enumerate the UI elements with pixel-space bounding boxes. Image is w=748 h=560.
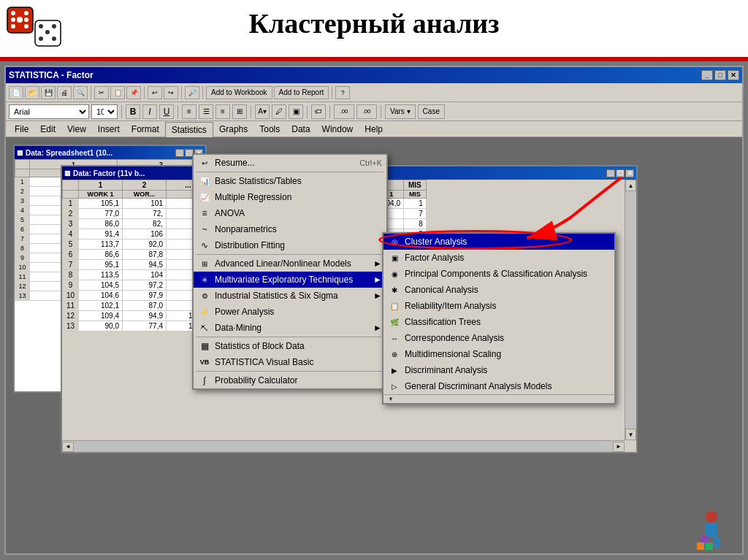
submenu-discriminant[interactable]: ▶ Discriminant Analysis <box>383 362 614 378</box>
submenu-gendiscriminant[interactable]: ▷ General Discriminant Analysis Models <box>383 378 614 394</box>
bold-btn[interactable]: B <box>126 104 140 119</box>
copy-btn[interactable]: 📋 <box>110 86 125 99</box>
ss2-minimize[interactable]: _ <box>606 169 615 177</box>
paste-btn[interactable]: 📌 <box>126 86 141 99</box>
spreadsheet2-title: ▦ Data: Factor (11v b... <box>64 169 145 177</box>
close-btn[interactable]: ✕ <box>728 70 739 80</box>
redo-btn[interactable]: ↪ <box>164 86 178 99</box>
factor-icon: ▣ <box>388 254 401 262</box>
menu-bar: File Edit View Insert Format Statistics … <box>6 121 742 137</box>
reliability-icon: 📋 <box>388 302 401 310</box>
spreadsheet1-titlebar: ▦ Data: Spreadsheet1 (10... _ □ ✕ <box>15 146 205 159</box>
menu-data[interactable]: Data <box>286 121 316 137</box>
menu-multivariate[interactable]: ✳ Multivariate Exploratory Techniques ► <box>194 272 386 288</box>
multivariate-icon: ✳ <box>198 276 211 284</box>
menu-distribution[interactable]: ∿ Distribution Fitting <box>194 237 386 253</box>
help-btn[interactable]: ? <box>335 86 350 99</box>
italic-btn[interactable]: I <box>142 104 157 119</box>
scrollbar-left-btn[interactable]: ◄ <box>62 442 74 452</box>
submenu-mds[interactable]: ⊕ Multidimensional Scaling <box>383 346 614 362</box>
menu-power[interactable]: ⚡ Power Analysis <box>194 304 386 320</box>
title-bar: STATISTICA - Factor _ □ ✕ <box>6 67 742 83</box>
menu-regression[interactable]: 📈 Multiple Regression <box>194 189 386 205</box>
size-select[interactable]: 10 <box>91 104 118 119</box>
undo-btn[interactable]: ↩ <box>148 86 162 99</box>
menu-window[interactable]: Window <box>316 121 359 137</box>
scrollbar-down-btn[interactable]: ▼ <box>625 429 636 440</box>
menu-statistics[interactable]: Statistics <box>165 122 213 137</box>
print-btn[interactable]: 🖨 <box>57 86 72 99</box>
highlight-btn[interactable]: 🖊 <box>272 104 286 119</box>
menu-anova[interactable]: ≡ ANOVA <box>194 205 386 221</box>
open-btn[interactable]: 📂 <box>25 86 39 99</box>
menu-datamining[interactable]: ⛏ Data·Mining ► <box>194 320 386 336</box>
menu-view[interactable]: View <box>61 121 92 137</box>
submenu-pca[interactable]: ◉ Principal Components & Classification … <box>383 266 614 282</box>
classtrees-icon: 🌿 <box>388 318 401 326</box>
menu-vbasic[interactable]: VB STATISTICA Visual Basic <box>194 354 386 370</box>
page-title: Кластерный анализ <box>0 7 748 39</box>
menu-advanced[interactable]: ⊞ Advanced Linear/Nonlinear Models ► <box>194 256 386 272</box>
menu-industrial[interactable]: ⚙ Industrial Statistics & Six Sigma ► <box>194 288 386 304</box>
cluster-icon: ◎ <box>388 238 401 246</box>
content-area: ▦ Data: Spreadsheet1 (10... _ □ ✕ <box>6 137 742 553</box>
font-select[interactable]: Arial <box>9 104 89 119</box>
align-center-btn[interactable]: ☰ <box>199 104 213 119</box>
maximize-btn[interactable]: □ <box>714 70 726 80</box>
menu-file[interactable]: File <box>9 121 34 137</box>
vars-btn[interactable]: Vars ▾ <box>385 104 416 119</box>
window-title: STATISTICA - Factor <box>9 70 94 80</box>
mds-icon: ⊕ <box>388 350 401 358</box>
align-right-btn[interactable]: ≡ <box>215 104 230 119</box>
submenu-classtrees[interactable]: 🌿 Classification Trees <box>383 314 614 330</box>
submenu-canonical[interactable]: ✱ Canonical Analysis <box>383 282 614 298</box>
menu-insert[interactable]: Insert <box>92 121 126 137</box>
new-btn[interactable]: 📄 <box>9 86 23 99</box>
submenu-reliability[interactable]: 📋 Reliability/Item Analysis <box>383 298 614 314</box>
find-btn[interactable]: 🔎 <box>185 86 199 99</box>
basic-stats-icon: 📊 <box>198 177 211 185</box>
minimize-btn[interactable]: _ <box>701 70 713 80</box>
submenu-factor[interactable]: ▣ Factor Analysis <box>383 250 614 266</box>
menu-basic-stats[interactable]: 📊 Basic Statistics/Tables <box>194 173 386 189</box>
print-preview-btn[interactable]: 🔍 <box>73 86 88 99</box>
svg-point-15 <box>706 511 717 523</box>
ss2-restore[interactable]: ❐ <box>616 169 625 177</box>
menu-probcalc[interactable]: ∫ Probability Calculator <box>194 372 386 388</box>
format-num-btn[interactable]: ,00 <box>334 104 354 119</box>
menu-blockdata[interactable]: ▦ Statistics of Block Data <box>194 338 386 354</box>
canonical-icon: ✱ <box>388 286 401 294</box>
scrollbar-up-btn[interactable]: ▲ <box>625 180 636 191</box>
add-report-btn[interactable]: Add to Report <box>274 86 329 99</box>
svg-rect-21 <box>701 535 709 542</box>
menu-format[interactable]: Format <box>126 121 165 137</box>
menu-tools[interactable]: Tools <box>253 121 286 137</box>
merge-btn[interactable]: ⊞ <box>232 104 247 119</box>
svg-rect-18 <box>714 537 720 548</box>
discriminant-icon: ▶ <box>388 367 401 375</box>
ss2-close[interactable]: ✕ <box>625 169 634 177</box>
ss1-minimize[interactable]: _ <box>175 149 184 157</box>
menu-edit[interactable]: Edit <box>34 121 61 137</box>
cut-btn[interactable]: ✂ <box>94 86 109 99</box>
page-root: Кластерный анализ STATISTICA - Factor _ … <box>0 0 748 560</box>
menu-nonparam[interactable]: ~ Nonparametrics <box>194 221 386 237</box>
menu-help[interactable]: Help <box>359 121 389 137</box>
add-workbook-btn[interactable]: Add to Workbook <box>206 86 272 99</box>
vbasic-icon: VB <box>198 358 211 366</box>
font-color-btn[interactable]: A▾ <box>255 104 270 119</box>
resume-label: Resume... <box>215 158 255 168</box>
menu-resume[interactable]: ↩ Resume... Ctrl+K <box>194 155 386 171</box>
submenu-cluster[interactable]: ◎ Cluster Analysis <box>383 234 614 250</box>
case-btn[interactable]: Case <box>418 104 445 119</box>
underline-btn[interactable]: U <box>159 104 174 119</box>
save-btn[interactable]: 💾 <box>41 86 56 99</box>
tag-btn[interactable]: 🏷 <box>311 104 326 119</box>
submenu-correspondence[interactable]: ↔ Correspondence Analysis <box>383 330 614 346</box>
svg-rect-20 <box>706 542 713 550</box>
border-btn[interactable]: ▣ <box>289 104 303 119</box>
menu-graphs[interactable]: Graphs <box>213 121 253 137</box>
format-dec-btn[interactable]: .00 <box>356 104 377 119</box>
scrollbar-right-btn[interactable]: ► <box>613 442 625 452</box>
align-left-btn[interactable]: ≡ <box>182 104 196 119</box>
